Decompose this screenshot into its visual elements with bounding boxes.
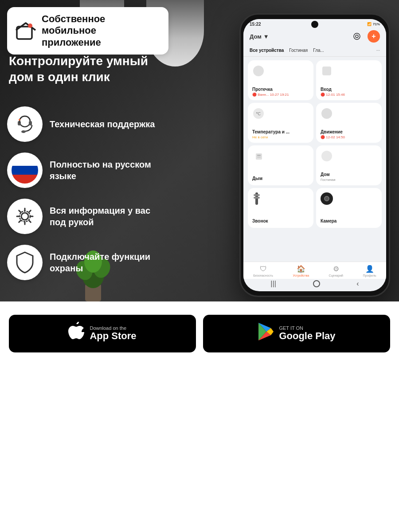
device-card-door[interactable]: Вход 🔴 12-01 15:46 <box>316 60 382 100</box>
svg-rect-27 <box>254 194 260 196</box>
appstore-big-text: App Store <box>90 331 136 341</box>
door-device-status: 🔴 12-01 15:46 <box>321 93 377 97</box>
water-device-name: Протечка <box>252 87 309 92</box>
device-card-camera[interactable]: Камера <box>316 188 382 228</box>
tab-living-room[interactable]: Гостиная <box>289 48 308 53</box>
svg-point-17 <box>253 66 264 76</box>
door-sensor-icon <box>321 65 377 79</box>
camera-device-name: Камера <box>321 219 377 223</box>
app-bottom-nav: 🛡 Безопасность 🏠 Устройства ⚙ Сценарий 👤… <box>243 262 386 279</box>
feature-security-text: Подключайте функции охраны <box>50 251 168 274</box>
svg-rect-18 <box>322 66 331 75</box>
nav-scenarios-label: Сценарий <box>329 274 343 277</box>
phone-mockup: 15:22 📶 71% Дом ▼ <box>239 13 390 297</box>
device-card-bell[interactable]: Звонок <box>248 188 313 228</box>
nav-profile[interactable]: 👤 Профиль <box>363 265 376 277</box>
top-section: Собственное мобильное приложение Контрол… <box>0 0 399 301</box>
flag-icon-wrap <box>7 153 43 188</box>
appstore-badge[interactable]: Download on the App Store <box>9 315 196 352</box>
status-icons: 📶 71% <box>367 22 380 26</box>
svg-point-6 <box>19 119 20 121</box>
android-back-icon[interactable]: ||| <box>270 280 276 288</box>
header-bar: Собственное мобильное приложение <box>7 7 168 55</box>
temp-device-name: Температура и ... <box>252 129 309 134</box>
phone-camera <box>311 21 318 28</box>
qr-button[interactable] <box>351 30 363 43</box>
tab-main[interactable]: Гла... <box>313 48 324 53</box>
feature-language: Полностью на русском языке <box>7 153 168 188</box>
device-card-water[interactable]: Протечка 🔴 Ванн... 10-27 19:21 <box>248 60 313 100</box>
nav-devices-label: Устройства <box>293 274 309 277</box>
googleplay-big-text: Google Play <box>279 331 335 341</box>
features-list: Техническая поддержка Полностью на русск… <box>7 106 168 280</box>
gear-icon-wrap <box>7 199 43 234</box>
android-nav-bar: ||| ‹ <box>243 279 386 289</box>
appstore-text: Download on the App Store <box>90 325 136 341</box>
nav-security-label: Безопасность <box>253 274 273 277</box>
device-card-smoke[interactable]: Дым <box>248 145 313 185</box>
status-battery: 71% <box>373 22 380 26</box>
support-icon-wrap <box>7 106 43 142</box>
door-device-name: Вход <box>321 87 377 92</box>
header-title: Собственное мобильное приложение <box>42 13 160 48</box>
temp-device-status: Не в сети <box>252 135 309 139</box>
googleplay-icon <box>258 323 274 344</box>
feature-info: Вся информация у вас под рукой <box>7 199 168 234</box>
camera-sensor-icon <box>321 192 377 205</box>
feature-security: Подключайте функции охраны <box>7 245 168 280</box>
svg-point-5 <box>21 130 26 133</box>
home-sensor-icon <box>321 150 377 164</box>
headset-icon <box>13 113 36 136</box>
device-card-home[interactable]: Дом Гостиная <box>316 145 382 185</box>
app-home-label: Дом ▼ <box>250 33 269 40</box>
feature-language-text: Полностью на русском языке <box>50 159 168 182</box>
app-tabs: Все устройства Гостиная Гла... ··· <box>243 46 386 57</box>
android-recents-icon[interactable]: ‹ <box>356 280 359 288</box>
app-logo <box>15 20 36 42</box>
water-sensor-icon <box>252 65 309 80</box>
tab-all-devices[interactable]: Все устройства <box>250 48 284 53</box>
russian-flag-icon <box>12 157 38 184</box>
svg-rect-23 <box>257 155 261 156</box>
gear-icon <box>13 205 36 228</box>
phone-screen: 15:22 📶 71% Дом ▼ <box>243 19 386 291</box>
scenarios-nav-icon: ⚙ <box>333 265 339 273</box>
alert-icon: 🔴 <box>252 93 257 97</box>
svg-rect-22 <box>256 153 262 160</box>
nav-devices[interactable]: 🏠 Устройства <box>293 265 309 277</box>
googleplay-text: GET IT ON Google Play <box>279 325 335 341</box>
svg-rect-28 <box>254 197 260 199</box>
bell-device-name: Звонок <box>252 219 309 223</box>
svg-point-15 <box>354 33 360 39</box>
app-header-icons: + <box>351 30 380 43</box>
smoke-device-name: Дым <box>252 176 309 181</box>
googleplay-badge[interactable]: GET IT ON Google Play <box>203 315 390 352</box>
devices-nav-icon: 🏠 <box>297 265 305 273</box>
apple-icon <box>68 322 84 345</box>
status-time: 15:22 <box>250 22 261 27</box>
water-device-status: 🔴 Ванн... 10-27 19:21 <box>252 93 309 97</box>
home-device-name: Дом <box>321 172 377 177</box>
nav-scenarios[interactable]: ⚙ Сценарий <box>329 265 343 277</box>
nav-security[interactable]: 🛡 Безопасность <box>253 265 273 277</box>
svg-point-25 <box>321 151 332 161</box>
feature-support: Техническая поддержка <box>7 106 168 142</box>
svg-rect-4 <box>29 121 32 125</box>
device-card-motion[interactable]: Движение 🔴 12-02 14:50 <box>316 103 382 143</box>
bell-sensor-icon <box>252 192 309 207</box>
more-tabs-icon[interactable]: ··· <box>376 48 380 53</box>
feature-support-text: Техническая поддержка <box>50 118 155 130</box>
main-heading: Контролируйте умный дом в один клик <box>9 53 168 86</box>
motion-device-status: 🔴 12-02 14:50 <box>321 135 377 139</box>
svg-point-7 <box>21 213 28 220</box>
svg-point-21 <box>321 108 332 119</box>
security-nav-icon: 🛡 <box>260 265 267 273</box>
nav-profile-label: Профиль <box>363 274 376 277</box>
motion-sensor-icon <box>321 107 377 121</box>
alert-icon-2: 🔴 <box>321 93 325 97</box>
svg-point-16 <box>356 35 358 38</box>
app-header: Дом ▼ + <box>243 28 386 46</box>
android-home-icon[interactable] <box>313 280 320 287</box>
device-card-temp[interactable]: ℃ Температура и ... Не в сети <box>248 103 313 143</box>
add-device-button[interactable]: + <box>368 30 380 43</box>
